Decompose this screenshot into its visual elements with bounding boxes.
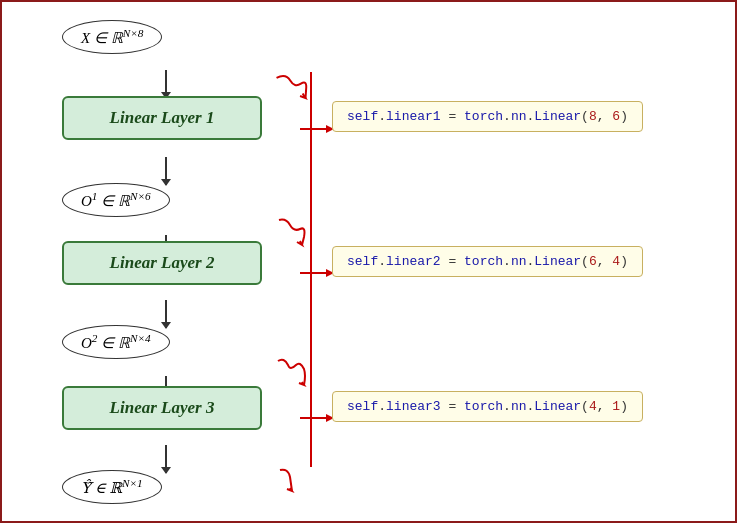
horiz-arrow-svg-2 [298, 265, 336, 281]
code2-comma: , [597, 254, 613, 269]
code2-dot1: . [378, 254, 386, 269]
code1-dot2: . [503, 109, 511, 124]
outputY-oval: Ŷ̂ ∈ ℝN×1 [62, 470, 162, 504]
code3-nn: nn [511, 399, 527, 414]
output1-node: O1 ∈ ℝN×6 [62, 183, 170, 217]
code1-num1: 8 [589, 109, 597, 124]
code3-dot2: . [503, 399, 511, 414]
layer2-rect: Linear Layer 2 [62, 241, 262, 285]
squiggle-3 [274, 355, 316, 393]
annotation-1 [271, 67, 318, 114]
output2-node: O2 ∈ ℝN×4 [62, 325, 170, 359]
code1-num2: 6 [612, 109, 620, 124]
arrow-6 [165, 445, 167, 473]
arrow-2 [165, 157, 167, 185]
code3-num2: 1 [612, 399, 620, 414]
output1-label: O1 ∈ ℝN×6 [81, 193, 151, 209]
code2-linear2: linear2 [386, 254, 441, 269]
layer3-rect: Linear Layer 3 [62, 386, 262, 430]
code2-eq: = [441, 254, 464, 269]
code3-eq: = [441, 399, 464, 414]
input-oval: X ∈ ℝN×8 [62, 20, 162, 54]
layer1-rect: Linear Layer 1 [62, 96, 262, 140]
layer2-node: Linear Layer 2 [62, 241, 262, 285]
code3-paren1: ( [581, 399, 589, 414]
layer1-node: Linear Layer 1 [62, 96, 262, 140]
output2-label: O2 ∈ ℝN×4 [81, 335, 151, 351]
diagram-container: X ∈ ℝN×8 Linear Layer 1 O1 ∈ ℝN×6 Linear… [2, 2, 735, 521]
code2-num2: 4 [612, 254, 620, 269]
squiggle-4 [274, 465, 306, 495]
input-label: X ∈ ℝN×8 [81, 30, 143, 46]
code1-linear1: linear1 [386, 109, 441, 124]
code3-comma: , [597, 399, 613, 414]
code2-self: self [347, 254, 378, 269]
code1-nn: nn [511, 109, 527, 124]
code1-linear-class: Linear [534, 109, 581, 124]
annotation-4 [274, 465, 306, 501]
annotation-3 [274, 355, 316, 399]
code2-paren1: ( [581, 254, 589, 269]
code3-dot1: . [378, 399, 386, 414]
code2-num1: 6 [589, 254, 597, 269]
code-box-1: self.linear1 = torch.nn.Linear(8, 6) [332, 101, 643, 132]
code3-paren2: ) [620, 399, 628, 414]
output2-oval: O2 ∈ ℝN×4 [62, 325, 170, 359]
code3-num1: 4 [589, 399, 597, 414]
code1-comma: , [597, 109, 613, 124]
layer3-node: Linear Layer 3 [62, 386, 262, 430]
code3-linear3: linear3 [386, 399, 441, 414]
code1-self: self [347, 109, 378, 124]
code1-paren1: ( [581, 109, 589, 124]
code2-nn: nn [511, 254, 527, 269]
code2-paren2: ) [620, 254, 628, 269]
red-horiz-arrow-3 [298, 410, 336, 430]
code2-dot2: . [503, 254, 511, 269]
code3-self: self [347, 399, 378, 414]
horiz-arrow-svg-3 [298, 410, 336, 426]
code1-eq: = [441, 109, 464, 124]
squiggle-1 [271, 67, 316, 108]
code3-linear-class: Linear [534, 399, 581, 414]
code2-torch: torch [464, 254, 503, 269]
code2-linear-class: Linear [534, 254, 581, 269]
outputY-label: Ŷ̂ ∈ ℝN×1 [81, 480, 143, 496]
code-box-3: self.linear3 = torch.nn.Linear(4, 1) [332, 391, 643, 422]
arrow-4 [165, 300, 167, 328]
code1-dot1: . [378, 109, 386, 124]
code1-paren2: ) [620, 109, 628, 124]
output1-oval: O1 ∈ ℝN×6 [62, 183, 170, 217]
code3-torch: torch [464, 399, 503, 414]
outputY-node: Ŷ̂ ∈ ℝN×1 [62, 470, 162, 504]
horiz-arrow-svg-1 [298, 121, 336, 137]
code-box-2: self.linear2 = torch.nn.Linear(6, 4) [332, 246, 643, 277]
red-horiz-arrow-2 [298, 265, 336, 285]
input-node: X ∈ ℝN×8 [62, 20, 162, 54]
arrow-1 [165, 70, 167, 98]
code1-torch: torch [464, 109, 503, 124]
annotation-2 [274, 215, 314, 256]
red-horiz-arrow-1 [298, 121, 336, 141]
squiggle-2 [274, 215, 314, 250]
